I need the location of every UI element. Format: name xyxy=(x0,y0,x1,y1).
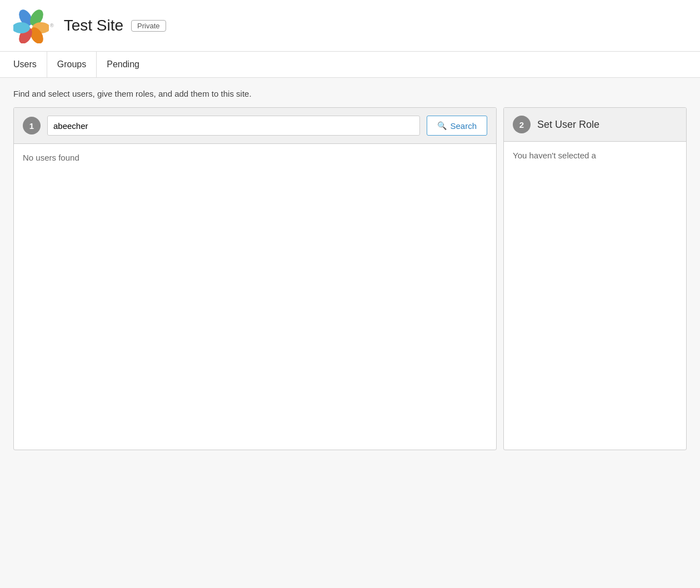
set-role-panel-body: You haven't selected a xyxy=(504,142,686,447)
main-content: Find and select users, give them roles, … xyxy=(0,78,700,588)
set-user-role-title: Set User Role xyxy=(537,119,599,131)
step-1-circle: 1 xyxy=(23,117,41,134)
search-button[interactable]: 🔍 Search xyxy=(427,116,487,136)
registered-mark: ® xyxy=(50,23,54,28)
no-selection-message: You haven't selected a xyxy=(513,151,596,160)
find-users-panel: 1 🔍 Search No users found xyxy=(13,107,497,450)
set-role-panel: 2 Set User Role You haven't selected a xyxy=(503,107,687,450)
find-users-panel-header: 1 🔍 Search xyxy=(14,108,496,144)
tab-users[interactable]: Users xyxy=(13,52,47,77)
private-badge: Private xyxy=(131,20,166,32)
tab-nav: Users Groups Pending xyxy=(0,52,700,78)
find-users-panel-body: No users found xyxy=(14,144,496,450)
panels-row: 1 🔍 Search No users found 2 Set User Rol… xyxy=(13,107,687,450)
site-title: Test Site xyxy=(64,17,123,34)
user-search-input[interactable] xyxy=(47,116,420,136)
tab-groups[interactable]: Groups xyxy=(47,52,97,77)
description-text: Find and select users, give them roles, … xyxy=(13,89,687,98)
step-2-circle: 2 xyxy=(513,116,531,133)
app-logo xyxy=(13,8,49,43)
tab-pending[interactable]: Pending xyxy=(97,52,149,77)
search-icon: 🔍 xyxy=(437,121,447,130)
logo-container: ® xyxy=(13,8,54,43)
search-button-label: Search xyxy=(450,121,477,131)
set-role-panel-header: 2 Set User Role xyxy=(504,108,686,142)
app-header: ® Test Site Private xyxy=(0,0,700,52)
no-users-message: No users found xyxy=(23,153,79,162)
